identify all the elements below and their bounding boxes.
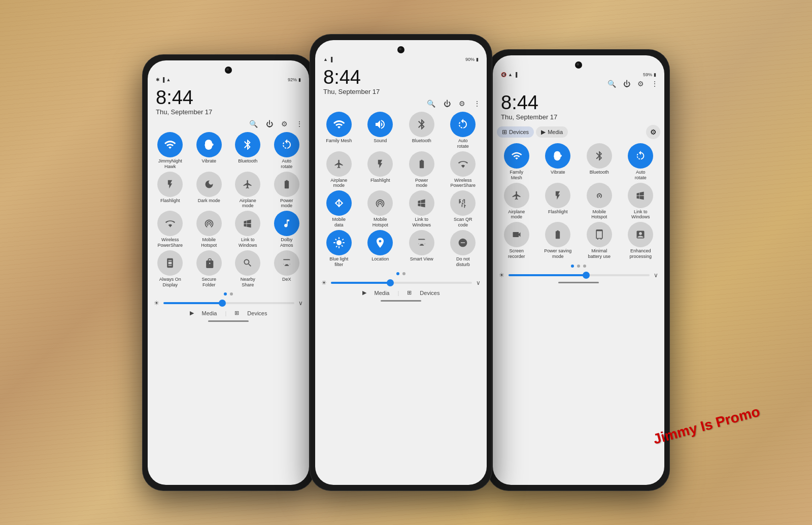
brightness-fill-right	[509, 274, 586, 276]
tile-label-familymesh-mid: Family Mesh	[326, 138, 352, 144]
tile-bluelight-mid[interactable]: Blue lightfilter	[319, 230, 359, 268]
more-icon-left[interactable]: ⋮	[296, 120, 303, 128]
tile-windows-mid[interactable]: Link toWindows	[402, 190, 442, 228]
tile-bt-right[interactable]: Bluetooth	[580, 143, 619, 181]
tile-flash-left[interactable]: Flashlight	[152, 172, 189, 209]
tile-airplane-mid[interactable]: Airplanemode	[319, 151, 359, 189]
tile-nearby-left[interactable]: NearbyShare	[229, 250, 266, 288]
tile-rotate-left[interactable]: Autorotate	[268, 132, 306, 170]
tile-icon-dark-left	[196, 172, 222, 197]
tile-icon-mobiledata-mid	[326, 190, 352, 216]
tile-sound-mid[interactable]: Sound	[361, 112, 400, 149]
tile-aod-left[interactable]: Always OnDisplay	[152, 250, 189, 288]
tile-wireless-left[interactable]: WirelessPowerShare	[152, 211, 189, 248]
tile-enhanced-right[interactable]: Enhancedprocessing	[621, 222, 661, 259]
tile-flash-right[interactable]: Flashlight	[538, 183, 578, 220]
brightness-track-mid[interactable]	[331, 282, 472, 284]
tile-wifi-left[interactable]: JimmyNightHawk	[152, 132, 189, 170]
tile-airplane-left[interactable]: Airplanemode	[229, 172, 266, 209]
brightness-thumb-mid[interactable]	[387, 279, 394, 286]
tile-location-mid[interactable]: Location	[361, 230, 400, 268]
tile-wireless-mid[interactable]: WirelessPowerShare	[444, 151, 483, 189]
media-icon-left: ▶	[190, 310, 194, 316]
media-tab-icon: ▶	[541, 128, 546, 136]
tile-airplane-right[interactable]: Airplanemode	[497, 183, 536, 220]
tile-mobiledata-mid[interactable]: Mobiledata	[319, 190, 359, 228]
search-icon-right[interactable]: 🔍	[607, 80, 616, 88]
tile-familymesh-mid[interactable]: Family Mesh	[319, 112, 359, 149]
brightness-track-right[interactable]	[509, 274, 650, 276]
left-battery-area: 92% ▮	[288, 77, 301, 82]
phone-left: ✱ ▐ ▲ 92% ▮ 8:44 Thu, September 17 🔍 ⏻ ⚙…	[142, 54, 315, 491]
tile-label-flash-right: Flashlight	[548, 209, 568, 215]
brightness-fill-left	[163, 302, 222, 304]
more-icon-right[interactable]: ⋮	[651, 80, 658, 88]
tiles-grid-right: FamilyMesh Vibrate Bluetooth	[493, 141, 664, 261]
tile-label-power-left: Powermode	[280, 198, 293, 209]
tile-label-airplane-right: Airplanemode	[508, 209, 525, 220]
tile-vibrate-right[interactable]: Vibrate	[538, 143, 578, 181]
tile-minbattery-right[interactable]: Minimalbattery use	[580, 222, 619, 259]
tile-flash-mid[interactable]: Flashlight	[361, 151, 400, 189]
tile-windows-left[interactable]: Link toWindows	[229, 211, 266, 248]
search-icon-left[interactable]: 🔍	[249, 120, 258, 128]
tab-devices[interactable]: ⊞ Devices	[497, 126, 534, 138]
media-label-left[interactable]: Media	[202, 310, 217, 316]
tile-icon-powersave-right	[545, 222, 570, 247]
brightness-track-left[interactable]	[163, 302, 294, 304]
tile-dnd-mid[interactable]: Do notdisturb	[444, 230, 483, 268]
tab-media[interactable]: ▶ Media	[536, 126, 568, 138]
time-area-right: 8:44 Thu, September 17	[493, 89, 664, 123]
tile-label-bt-mid: Bluetooth	[412, 138, 431, 144]
tile-dex-left[interactable]: DeX	[268, 250, 306, 288]
sun-icon-mid: ☀	[321, 279, 327, 286]
tile-hotspot-mid[interactable]: MobileHotspot	[361, 190, 400, 228]
tile-powersave-right[interactable]: Power savingmode	[538, 222, 578, 259]
tile-secure-left[interactable]: SecureFolder	[191, 250, 228, 288]
brightness-arrow-left[interactable]: ∨	[298, 300, 303, 307]
tile-hotspot-right[interactable]: MobileHotspot	[580, 183, 619, 220]
settings-icon-left[interactable]: ⚙	[281, 120, 288, 128]
tile-label-flash-left: Flashlight	[160, 198, 180, 204]
power-icon-mid[interactable]: ⏻	[444, 100, 451, 108]
tile-windows-right[interactable]: Link toWindows	[621, 183, 661, 220]
tile-rotate-right[interactable]: Autorotate	[621, 143, 661, 181]
brightness-arrow-mid[interactable]: ∨	[476, 279, 481, 286]
tile-icon-bluelight-mid	[326, 230, 352, 255]
tab-media-label: Media	[548, 129, 563, 135]
tile-smartview-mid[interactable]: Smart View	[402, 230, 442, 268]
brightness-arrow-right[interactable]: ∨	[654, 272, 658, 279]
tile-icon-power-left	[274, 172, 299, 197]
tile-icon-hotspot-right	[587, 183, 612, 208]
settings-icon-mid[interactable]: ⚙	[459, 100, 465, 108]
tile-bt-mid[interactable]: Bluetooth	[402, 112, 442, 149]
phones-container: ✱ ▐ ▲ 92% ▮ 8:44 Thu, September 17 🔍 ⏻ ⚙…	[0, 0, 812, 525]
devices-label-mid[interactable]: Devices	[420, 290, 439, 296]
devices-label-left[interactable]: Devices	[247, 310, 267, 316]
tile-vibrate-left[interactable]: Vibrate	[191, 132, 228, 170]
tile-icon-nearby-left	[235, 250, 260, 276]
brightness-thumb-left[interactable]	[219, 300, 226, 307]
tile-power-left[interactable]: Powermode	[268, 172, 306, 209]
tab-settings-btn[interactable]: ⚙	[646, 125, 660, 139]
tile-screenrec-right[interactable]: Screenrecorder	[497, 222, 536, 259]
brightness-thumb-right[interactable]	[583, 272, 590, 279]
tile-dark-left[interactable]: Dark mode	[191, 172, 228, 209]
tile-power-mid[interactable]: Powermode	[402, 151, 442, 189]
tile-rotate-mid[interactable]: Autorotate	[444, 112, 483, 149]
search-icon-mid[interactable]: 🔍	[427, 100, 435, 108]
more-icon-mid[interactable]: ⋮	[473, 100, 481, 108]
tile-qr-mid[interactable]: Scan QRcode	[444, 190, 483, 228]
tile-label-hotspot-right: MobileHotspot	[591, 209, 607, 220]
settings-icon-right[interactable]: ⚙	[637, 80, 644, 88]
tile-dolby-left[interactable]: DolbyAtmos	[268, 211, 306, 248]
power-icon-left[interactable]: ⏻	[266, 120, 273, 128]
power-icon-right[interactable]: ⏻	[623, 80, 630, 88]
tile-bt-left[interactable]: Bluetooth	[229, 132, 266, 170]
tile-icon-bt-left	[235, 132, 260, 157]
tile-hotspot-left[interactable]: MobileHotspot	[191, 211, 228, 248]
media-label-mid[interactable]: Media	[375, 290, 390, 296]
tile-familymesh-right[interactable]: FamilyMesh	[497, 143, 536, 181]
tile-icon-hotspot-mid	[367, 190, 393, 216]
tile-label-qr-mid: Scan QRcode	[454, 217, 472, 228]
